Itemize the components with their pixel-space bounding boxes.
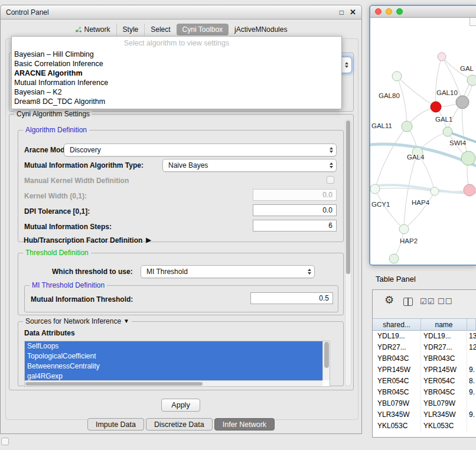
- algorithm-option-bayesian-k2[interactable]: Bayesian – K2: [12, 87, 341, 97]
- bottom-tab-impute-data[interactable]: Impute Data: [87, 418, 144, 431]
- algorithm-option-bayesian-hill-climbing[interactable]: Bayesian – Hill Climbing: [12, 50, 341, 59]
- graph-edge-thick[interactable]: [370, 185, 476, 193]
- graph-edge[interactable]: [397, 76, 407, 126]
- hub-section-toggle[interactable]: Hub/Transcription Factor Definition▶: [24, 236, 151, 244]
- attribute-item-topologicalcoefficient[interactable]: TopologicalCoefficient: [25, 351, 322, 361]
- algorithm-option-aracne-algorithm[interactable]: ARACNE Algorithm: [12, 69, 341, 78]
- data-attributes-list: SelfLoopsTopologicalCoefficientBetweenne…: [24, 341, 330, 387]
- table-row[interactable]: YER054CYER054C8.: [373, 376, 476, 387]
- graph-edge[interactable]: [375, 126, 407, 189]
- table-cell: 13: [467, 331, 476, 342]
- graph-node[interactable]: [402, 121, 412, 132]
- graph-edge[interactable]: [397, 76, 436, 107]
- tab-cyni-toolbox[interactable]: Cyni Toolbox: [177, 24, 229, 35]
- attributes-vertical-scrollbar[interactable]: [322, 341, 330, 380]
- graph-edge[interactable]: [435, 57, 442, 107]
- settings-scrollbar[interactable]: [345, 119, 351, 386]
- minimize-icon[interactable]: □: [340, 8, 344, 17]
- mi-threshold-input[interactable]: 0.5: [250, 292, 333, 304]
- graph-node[interactable]: [464, 184, 475, 196]
- network-graph[interactable]: GAL80GAL10GAL11GAL1SWI4GAL4GCY1HAP4HAP2G…: [370, 18, 476, 265]
- manual-kernel-checkbox: [327, 176, 334, 184]
- table-row[interactable]: YDR27...YDR27...12: [373, 342, 476, 353]
- which-threshold-label: Which threshold to use:: [52, 268, 133, 276]
- graph-node[interactable]: [399, 224, 409, 234]
- graph-node[interactable]: [389, 254, 399, 263]
- zoom-button[interactable]: [396, 8, 403, 15]
- dpi-tolerance-label: DPI Tolerance [0,1]:: [24, 207, 90, 216]
- graph-edge[interactable]: [462, 102, 468, 158]
- node-label: HAP2: [400, 237, 418, 244]
- graph-node[interactable]: [443, 127, 452, 136]
- tab-select[interactable]: Select: [144, 24, 176, 35]
- canvas-scrollbar-stub[interactable]: [470, 18, 476, 26]
- deselect-all-columns-icon[interactable]: ☐☐: [438, 297, 452, 307]
- table-row[interactable]: YBR043CYBR043C: [373, 353, 476, 364]
- kernel-width-value: 0.0: [322, 191, 332, 199]
- table-row[interactable]: YDL19...YDL19...13: [373, 331, 476, 342]
- column-header-name[interactable]: name: [421, 319, 467, 330]
- sources-group-title: Sources for Network Inference: [25, 317, 121, 325]
- algorithm-option-dream8-dc-tdc-algorithm[interactable]: Dream8 DC_TDC Algorithm: [12, 97, 341, 106]
- manual-kernel-label: Manual Kernel Width Definition: [24, 177, 129, 185]
- collapsed-panel-chip[interactable]: [1, 438, 9, 445]
- network-canvas[interactable]: GAL80GAL10GAL11GAL1SWI4GAL4GCY1HAP4HAP2G…: [370, 18, 476, 265]
- graph-edge[interactable]: [375, 189, 404, 229]
- table-cell: YBL079W: [373, 398, 421, 409]
- graph-node[interactable]: [456, 96, 469, 109]
- table-cell: YBL079W: [421, 398, 467, 409]
- graph-edge[interactable]: [404, 152, 418, 229]
- bottom-tab-discretize-data[interactable]: Discretize Data: [146, 418, 213, 431]
- table-row[interactable]: YBR045CYBR045C9.: [373, 387, 476, 398]
- table-cell: YDL19...: [421, 331, 467, 342]
- close-button[interactable]: [375, 8, 382, 15]
- sources-group-toggle[interactable]: Sources for Network Inference▼: [23, 317, 132, 325]
- table-row[interactable]: YLR345WYLR345W9.: [373, 409, 476, 420]
- select-all-columns-icon[interactable]: ☑☑: [420, 297, 435, 307]
- mi-algorithm-type-select[interactable]: Naive Bayes: [162, 159, 337, 172]
- tab-style[interactable]: Style: [116, 24, 145, 35]
- chevron-down-icon: ▼: [123, 318, 129, 324]
- network-window-titlebar: [370, 6, 476, 18]
- attribute-item-selfloops[interactable]: SelfLoops: [25, 341, 322, 351]
- column-header-extra[interactable]: [467, 319, 476, 330]
- node-label: GAL4: [407, 154, 425, 161]
- minimize-button[interactable]: [386, 8, 392, 15]
- tab-label: Select: [151, 25, 170, 34]
- dpi-tolerance-input[interactable]: 0.0: [253, 204, 337, 216]
- algorithm-option-mutual-information-inference[interactable]: Mutual Information Inference: [12, 78, 341, 87]
- table-row[interactable]: YBL079WYBL079W: [373, 398, 476, 409]
- columns-icon[interactable]: [403, 298, 413, 306]
- algorithm-option-basic-correlation-inference[interactable]: Basic Correlation Inference: [12, 59, 341, 69]
- graph-node[interactable]: [438, 53, 446, 61]
- attribute-item-betweennesscentrality[interactable]: BetweennessCentrality: [25, 361, 322, 371]
- gear-icon[interactable]: ⚙: [384, 295, 394, 305]
- graph-node[interactable]: [392, 71, 402, 81]
- mi-steps-input[interactable]: 6: [253, 220, 337, 231]
- scrollbar-thumb[interactable]: [346, 120, 350, 274]
- mi-steps-label: Mutual Information Steps:: [24, 223, 112, 231]
- graph-node[interactable]: [467, 75, 476, 86]
- graph-node[interactable]: [461, 151, 475, 165]
- table-cell: 9.: [467, 409, 476, 420]
- tab-jactivemnodules[interactable]: jActiveMNodules: [229, 24, 293, 35]
- graph-edge[interactable]: [404, 191, 435, 229]
- tab-network[interactable]: Network: [69, 24, 116, 35]
- node-label: GAL11: [371, 122, 392, 129]
- table-row[interactable]: YKL053CYKL053C: [373, 420, 476, 432]
- graph-node[interactable]: [431, 102, 441, 112]
- scrollbar-thumb[interactable]: [324, 342, 329, 368]
- aracne-mode-select[interactable]: Discovery: [64, 144, 337, 156]
- table-row[interactable]: YPR145WYPR145W9.: [373, 364, 476, 376]
- stepper-icon: [330, 147, 333, 153]
- close-icon[interactable]: ✕: [350, 8, 356, 17]
- attributes-horizontal-scrollbar[interactable]: [25, 380, 322, 386]
- bottom-tab-infer-network[interactable]: Infer Network: [214, 418, 275, 431]
- apply-button[interactable]: Apply: [161, 399, 200, 412]
- scrollbar-thumb[interactable]: [25, 382, 203, 386]
- graph-node[interactable]: [431, 187, 439, 195]
- graph-node[interactable]: [370, 184, 380, 194]
- column-header-shared[interactable]: shared...: [373, 319, 421, 330]
- table-cell: 8.: [467, 376, 476, 387]
- which-threshold-select[interactable]: MI Threshold: [141, 265, 315, 278]
